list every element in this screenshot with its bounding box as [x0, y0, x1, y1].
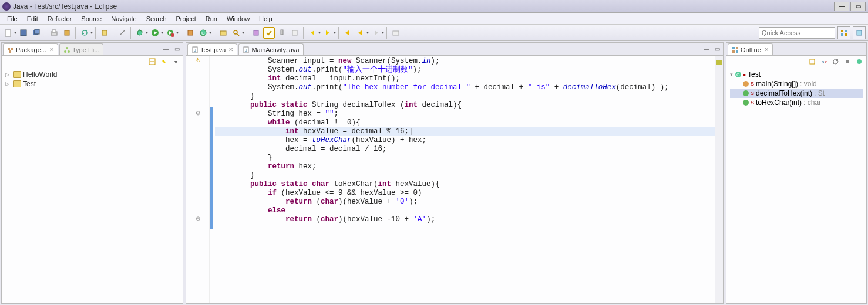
new-button[interactable]: [2, 27, 14, 39]
sort-button[interactable]: [808, 57, 817, 66]
code-area[interactable]: Scanner input = new Scanner(System.in); …: [213, 56, 715, 303]
fold-icon[interactable]: ⊖: [186, 214, 209, 223]
tab-type-hierarchy[interactable]: Type Hi...: [59, 43, 103, 55]
maximize-editor-button[interactable]: ▭: [712, 44, 722, 53]
open-perspective-button[interactable]: [837, 26, 850, 39]
fold-icon[interactable]: ⊖: [186, 109, 209, 117]
new-class-button[interactable]: C: [197, 27, 209, 39]
task-button[interactable]: [250, 27, 262, 39]
run-last-button[interactable]: [164, 27, 176, 39]
class-icon: C: [735, 71, 742, 78]
quick-access-input[interactable]: [759, 27, 835, 39]
minimize-button[interactable]: —: [834, 2, 849, 11]
prev-annotation-button[interactable]: [322, 27, 334, 39]
tab-test-java[interactable]: J Test.java ✕: [187, 43, 237, 55]
new-package-button[interactable]: [184, 27, 196, 39]
menu-window[interactable]: Window: [222, 14, 254, 23]
java-perspective-button[interactable]: [853, 26, 866, 39]
skip-breakpoints-button[interactable]: [79, 27, 90, 39]
package-explorer-toolbar: ▾: [2, 56, 183, 67]
menu-bar: File Edit Refactor Source Navigate Searc…: [0, 13, 868, 25]
hide-fields-button[interactable]: [831, 57, 840, 66]
menu-refactor[interactable]: Refactor: [43, 14, 77, 23]
print-button[interactable]: [48, 27, 60, 39]
hide-nonpublic-button[interactable]: [854, 57, 864, 66]
open-type-button[interactable]: [217, 27, 229, 39]
search-button[interactable]: [230, 27, 242, 39]
package-explorer-tabs: Package... ✕ Type Hi... — ▭: [2, 43, 183, 56]
outline-class[interactable]: ▾ C ▸ Test: [730, 70, 863, 79]
run-button[interactable]: [149, 27, 161, 39]
svg-rect-55: [736, 50, 738, 53]
editor-gutter[interactable]: ⚠ ⊖ ⊖: [186, 56, 210, 303]
close-icon[interactable]: ✕: [228, 46, 233, 53]
forward-button[interactable]: [370, 27, 382, 39]
close-icon[interactable]: ✕: [49, 46, 54, 53]
outline-tabs: Outline ✕: [726, 43, 866, 56]
project-tree: ▷ HelloWorld ▷ Test: [2, 67, 183, 91]
tab-outline[interactable]: Outline ✕: [728, 43, 773, 55]
new-wizard-button[interactable]: [99, 27, 110, 39]
menu-search[interactable]: Search: [142, 14, 171, 23]
back-history-button[interactable]: [355, 27, 366, 39]
tab-mainactivity-java[interactable]: J MainActivity.java: [238, 43, 303, 55]
svg-rect-56: [810, 59, 815, 64]
save-button[interactable]: [18, 27, 29, 39]
outline-method[interactable]: S decimalToHex(int) : St: [730, 89, 863, 98]
close-icon[interactable]: ✕: [764, 46, 769, 53]
maximize-button[interactable]: ▭: [850, 2, 866, 11]
back-button[interactable]: [342, 27, 354, 39]
project-test[interactable]: ▷ Test: [5, 79, 179, 89]
class-name: Test: [748, 70, 761, 79]
outline-method[interactable]: S main(String[]) : void: [730, 79, 863, 89]
menu-project[interactable]: Project: [171, 14, 201, 23]
project-icon: [13, 80, 21, 87]
wand-icon[interactable]: [116, 27, 128, 39]
pin-button[interactable]: [276, 27, 288, 39]
method-name: decimalToHex(int): [756, 89, 812, 97]
debug-button[interactable]: [134, 27, 146, 39]
svg-marker-29: [311, 30, 314, 35]
perspective-icon[interactable]: [390, 27, 402, 39]
sort-az-button[interactable]: az: [819, 57, 829, 66]
save-all-button[interactable]: [31, 27, 42, 39]
toggle-mark-button[interactable]: [263, 27, 275, 39]
menu-navigate[interactable]: Navigate: [106, 14, 141, 23]
maximize-view-button[interactable]: ▭: [172, 44, 181, 53]
svg-rect-20: [188, 30, 193, 35]
method-name: main(String[]): [756, 80, 798, 88]
view-menu-button[interactable]: ▾: [171, 57, 180, 66]
menu-help[interactable]: Help: [254, 14, 277, 23]
menu-file[interactable]: File: [2, 14, 22, 23]
ruler-mark[interactable]: [716, 63, 722, 65]
menu-run[interactable]: Run: [201, 14, 222, 23]
editor-body[interactable]: ⚠ ⊖ ⊖ Scanner input = new Scanner(System…: [186, 56, 723, 303]
package-explorer-panel: Package... ✕ Type Hi... — ▭ ▾ ▷ HelloWor…: [1, 42, 183, 304]
overview-ruler[interactable]: [715, 56, 723, 303]
outline-method[interactable]: S toHexChar(int) : char: [730, 98, 863, 107]
svg-rect-38: [845, 33, 847, 36]
tab-package-explorer[interactable]: Package... ✕: [3, 43, 58, 55]
minimize-view-button[interactable]: —: [162, 44, 171, 53]
minimize-editor-button[interactable]: —: [702, 44, 711, 53]
menu-edit[interactable]: Edit: [22, 14, 43, 23]
svg-marker-33: [375, 30, 378, 35]
svg-rect-0: [5, 30, 11, 36]
svg-rect-39: [857, 30, 862, 35]
svg-rect-40: [8, 48, 10, 50]
build-button[interactable]: [61, 27, 73, 39]
menu-source[interactable]: Source: [76, 14, 106, 23]
expand-icon[interactable]: ▷: [5, 72, 11, 77]
next-annotation-button[interactable]: [307, 27, 318, 39]
project-helloworld[interactable]: ▷ HelloWorld: [5, 70, 179, 79]
filter-button[interactable]: [289, 27, 301, 39]
expand-icon[interactable]: ▷: [5, 81, 11, 87]
link-editor-button[interactable]: [159, 57, 169, 66]
svg-rect-42: [9, 50, 11, 53]
svg-rect-54: [732, 50, 735, 53]
collapse-all-button[interactable]: [147, 57, 157, 66]
warning-icon[interactable]: ⚠: [186, 56, 209, 65]
project-label: HelloWorld: [23, 70, 57, 79]
hide-static-button[interactable]: [843, 57, 852, 66]
java-file-icon: J: [191, 46, 199, 53]
